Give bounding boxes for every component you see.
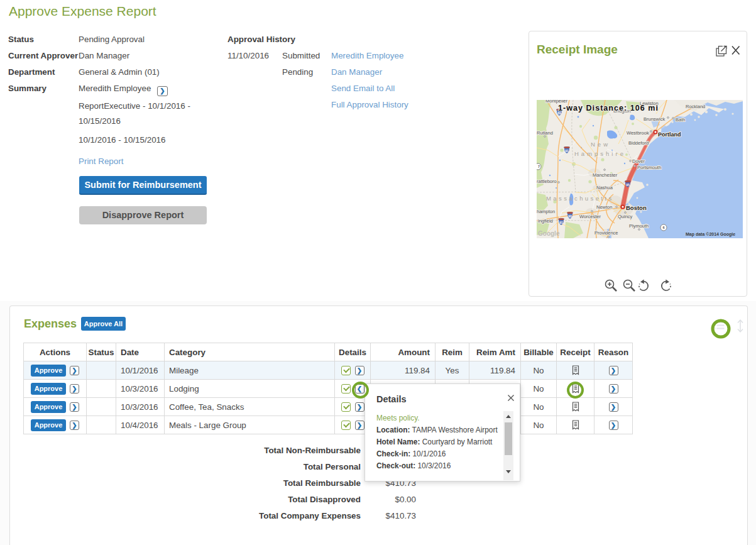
svg-text:rattleboro: rattleboro [537, 179, 557, 184]
svg-text:Map data ©2014 Google: Map data ©2014 Google [686, 232, 735, 237]
svg-text:Quincy: Quincy [618, 214, 633, 219]
svg-text:7: 7 [538, 165, 540, 168]
svg-text:Nashua: Nashua [596, 185, 613, 190]
svg-text:Rutland: Rutland [537, 130, 553, 136]
svg-text:Plymouth: Plymouth [629, 223, 649, 229]
svg-text:Hampshire: Hampshire [574, 150, 626, 157]
svg-text:Bath: Bath [676, 117, 685, 123]
svg-text:Westbrook: Westbrook [627, 130, 649, 136]
svg-text:Biddeford: Biddeford [628, 140, 649, 146]
svg-text:Manchester: Manchester [593, 172, 618, 178]
svg-text:6: 6 [662, 226, 664, 229]
svg-text:New: New [591, 141, 610, 148]
svg-text:Portland: Portland [658, 131, 681, 138]
svg-text:90: 90 [568, 214, 572, 218]
svg-text:Google: Google [538, 230, 560, 237]
svg-text:Portsmouth: Portsmouth [637, 165, 661, 170]
svg-text:ingfield: ingfield [538, 218, 553, 224]
svg-text:95: 95 [626, 183, 630, 187]
svg-text:Rockland: Rockland [686, 104, 705, 109]
svg-text:Worcester: Worcester [579, 214, 601, 219]
svg-text:Massachusetts: Massachusetts [546, 195, 614, 202]
svg-text:Providence: Providence [594, 230, 618, 236]
svg-text:hampton: hampton [537, 209, 555, 214]
svg-text:Boston: Boston [626, 204, 647, 211]
svg-text:Newton: Newton [596, 204, 612, 210]
svg-text:Brunswick: Brunswick [644, 116, 665, 122]
svg-text:91: 91 [559, 221, 563, 224]
svg-text:Dover: Dover [632, 158, 645, 164]
svg-text:1-way Distance: 106 mi: 1-way Distance: 106 mi [558, 104, 658, 113]
svg-text:91: 91 [565, 149, 569, 153]
